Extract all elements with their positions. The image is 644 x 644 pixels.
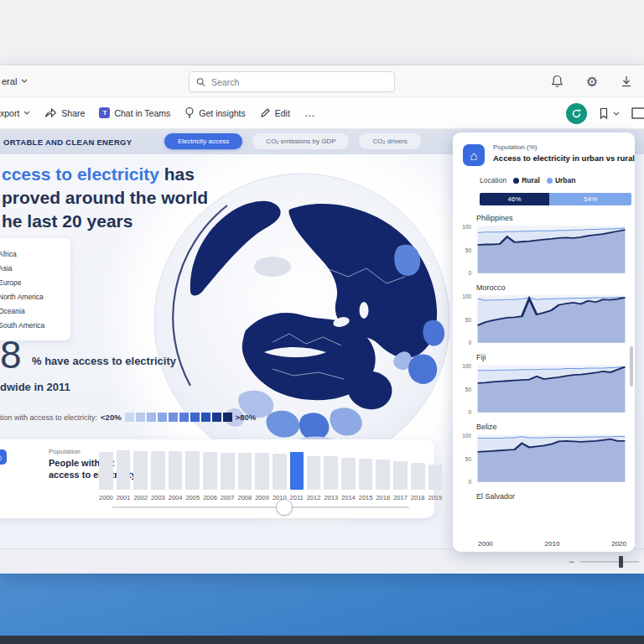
timeline-year-label: 2004 <box>169 490 183 501</box>
timeline-bar-2002[interactable]: 2002 <box>133 446 148 501</box>
x-tick: 2020 <box>611 540 626 548</box>
search-icon <box>196 77 205 87</box>
timeline-year-label: 2017 <box>393 490 408 501</box>
legend-item-urban[interactable]: Urban <box>547 176 576 184</box>
urban-dot-icon <box>547 178 553 184</box>
workspace-nav-dropdown[interactable]: eral <box>2 76 28 86</box>
get-insights-button[interactable]: Get insights <box>184 106 245 119</box>
top-chrome-bar: eral ⚙ <box>0 65 644 97</box>
timeline-bar-2011[interactable]: 2011 <box>290 446 304 501</box>
search-box[interactable] <box>189 71 395 92</box>
continent-item-north-america[interactable]: North America <box>0 289 62 304</box>
download-icon[interactable] <box>621 75 632 88</box>
chart-morocco: Morocco100500 <box>453 283 635 345</box>
timeline-bar-2003[interactable]: 2003 <box>151 446 165 501</box>
rural-urban-stacked-bar[interactable]: 46% 54% <box>480 193 631 205</box>
fit-to-page-button[interactable] <box>631 107 644 119</box>
timeline-bar-2001[interactable]: 2001 <box>117 446 131 501</box>
export-menu-button[interactable]: xport <box>0 108 30 118</box>
tab-electricity-access[interactable]: Electricity access <box>164 133 242 149</box>
search-input[interactable] <box>211 77 387 87</box>
more-options-button[interactable]: … <box>304 106 316 119</box>
timeline-bar-2014[interactable]: 2014 <box>341 446 356 501</box>
continent-slicer-card: AfricaAsiaEuropeNorth AmericaOceaniaSout… <box>0 238 70 340</box>
timeline-bar-2004[interactable]: 2004 <box>169 446 183 501</box>
timeline-bar-2018[interactable]: 2018 <box>411 446 425 501</box>
timeline-bar-2000[interactable]: 2000 <box>99 446 113 501</box>
scale-swatch <box>147 413 156 422</box>
home-icon[interactable]: ⌂ <box>463 144 485 166</box>
panel-subtitle: Population (%) <box>493 143 537 151</box>
continent-item-south-america[interactable]: South America <box>0 318 62 332</box>
timeline-year-label: 2006 <box>203 490 217 501</box>
pencil-icon <box>260 107 271 118</box>
urban-rural-panel: ⌂ Population (%) Access to electricity i… <box>453 132 635 552</box>
timeline-bar-2007[interactable]: 2007 <box>221 446 235 501</box>
timeline-bar-2015[interactable]: 2015 <box>359 446 373 501</box>
scale-swatch <box>190 413 200 422</box>
zoom-slider-handle[interactable] <box>619 556 623 568</box>
edit-button[interactable]: Edit <box>260 107 290 118</box>
continent-item-africa[interactable]: Africa <box>0 247 62 261</box>
timeline-bar-2019[interactable]: 2019 <box>428 446 443 501</box>
chart-title: Philippines <box>476 214 635 222</box>
panel-title: Access to electricity in urban vs rural … <box>493 153 635 163</box>
timeline-year-label: 2014 <box>341 490 356 501</box>
notifications-bell-icon[interactable] <box>551 75 564 88</box>
screen: eral ⚙ xport <box>0 0 644 644</box>
year-slider-track[interactable] <box>112 506 409 508</box>
teams-icon: T <box>99 107 110 118</box>
timeline-bar-2008[interactable]: 2008 <box>238 446 252 501</box>
timeline-year-label: 2009 <box>255 490 269 501</box>
ellipsis-icon: … <box>304 106 316 119</box>
timeline-bar-2017[interactable]: 2017 <box>393 446 408 501</box>
home-icon[interactable]: ⌂ <box>0 449 7 465</box>
x-tick: 2010 <box>545 540 560 548</box>
refresh-status-button[interactable] <box>566 103 587 124</box>
tab-co-drivers[interactable]: CO₂ drivers <box>359 133 420 149</box>
timeline-bar-2012[interactable]: 2012 <box>307 446 321 501</box>
share-label: Share <box>61 108 85 118</box>
chart-title: Morocco <box>476 283 635 292</box>
chart-title: Fiji <box>476 353 635 361</box>
timeline-bar-2006[interactable]: 2006 <box>203 446 217 501</box>
scale-swatch <box>179 413 189 422</box>
year-slider-handle[interactable] <box>276 499 293 516</box>
timeline-bar-2016[interactable]: 2016 <box>376 446 390 501</box>
stat-label: % have access to electricity <box>32 355 176 367</box>
bookmarks-button[interactable] <box>599 107 620 120</box>
timeline-bar-2009[interactable]: 2009 <box>255 446 269 501</box>
timeline-bar-2010[interactable]: 2010 <box>273 446 287 501</box>
continent-item-oceania[interactable]: Oceania <box>0 304 62 318</box>
timeline-year-label: 2000 <box>99 490 113 501</box>
chart-belize: Belize100500 <box>453 423 635 485</box>
timeline-card: ⌂ Population People without access to el… <box>0 439 434 518</box>
timeline-bars: 2000200120022003200420052006200720082009… <box>99 446 423 501</box>
continent-item-asia[interactable]: Asia <box>0 261 62 275</box>
timeline-year-label: 2002 <box>133 490 148 501</box>
timeline-bar-2005[interactable]: 2005 <box>185 446 200 501</box>
timeline-bar-2013[interactable]: 2013 <box>324 446 338 501</box>
report-tabs: Electricity accessCO₂ emissions by GDPCO… <box>164 133 421 149</box>
timeline-year-label: 2019 <box>428 490 443 501</box>
bookmark-icon <box>599 107 609 120</box>
scale-swatch <box>201 413 210 422</box>
share-button[interactable]: Share <box>44 107 85 118</box>
export-label: xport <box>0 108 19 118</box>
stacked-urban: 54% <box>549 193 631 205</box>
timeline-year-label: 2018 <box>411 490 425 501</box>
zoom-slider-track[interactable] <box>580 561 639 563</box>
legend-item-rural[interactable]: Rural <box>513 176 540 184</box>
timeline-year-label: 2011 <box>290 490 304 501</box>
tab-co-emissions-by-gdp[interactable]: CO₂ emissions by GDP <box>252 133 349 149</box>
continent-list: AfricaAsiaEuropeNorth AmericaOceaniaSout… <box>0 247 62 332</box>
continent-item-europe[interactable]: Europe <box>0 275 62 289</box>
zoom-out-icon[interactable]: − <box>569 556 574 568</box>
chevron-down-icon <box>613 112 620 116</box>
share-icon <box>44 107 57 118</box>
panel-scrollbar[interactable] <box>630 346 633 387</box>
chat-in-teams-button[interactable]: T Chat in Teams <box>99 107 170 118</box>
scale-swatches <box>125 413 232 422</box>
small-multiples: Philippines100500Morocco100500Fiji100500… <box>453 214 635 536</box>
settings-gear-icon[interactable]: ⚙ <box>586 74 598 90</box>
